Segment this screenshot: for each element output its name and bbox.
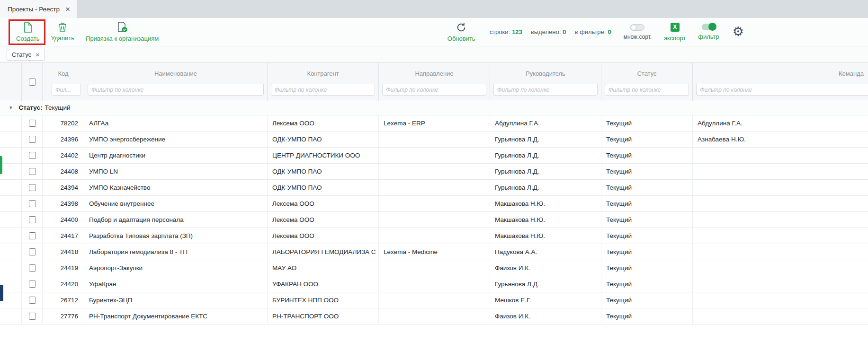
table-row[interactable]: 78202 АЛГАа Лексема ООО Lexema - ERP Абд… — [0, 115, 868, 132]
column-header-code[interactable]: Код — [43, 63, 84, 84]
cell-status: Текущий — [601, 132, 693, 147]
filter-input-contragent[interactable] — [271, 84, 375, 96]
row-checkbox[interactable] — [29, 216, 36, 223]
create-button[interactable]: Создать — [10, 22, 45, 42]
cell-name: УфаКран — [84, 276, 268, 292]
row-checkbox-cell — [22, 196, 43, 211]
table-row[interactable]: 24394 УМПО Казначейство ОДК-УМПО ПАО Гур… — [0, 180, 868, 196]
column-header-manager[interactable]: Руководитель — [490, 63, 601, 84]
tab-projects-registry[interactable]: Проекты - Реестр × — [0, 0, 77, 18]
cell-direction — [379, 276, 490, 292]
cell-name: УМПО Казначейство — [84, 180, 268, 195]
row-checkbox[interactable] — [29, 313, 36, 320]
cell-name: Подбор и адаптация персонала — [84, 212, 268, 228]
settings-gear-icon[interactable]: ⚙ — [733, 26, 744, 38]
row-expand-cell — [0, 148, 22, 163]
select-all-checkbox[interactable] — [29, 79, 36, 86]
delete-button[interactable]: Удалить — [45, 22, 80, 42]
filter-toggle-icon[interactable] — [702, 24, 716, 30]
table-row[interactable]: 24418 Лаборатория гемодиализа 8 - ТП ЛАБ… — [0, 244, 868, 260]
column-header-team[interactable]: Команда — [693, 63, 868, 84]
cell-direction — [379, 228, 490, 244]
filter-input-status[interactable] — [605, 84, 689, 96]
filter-input-code[interactable] — [52, 84, 81, 96]
cell-team: Азнабаева Н.Ю. — [693, 132, 868, 147]
table-row[interactable]: 24400 Подбор и адаптация персонала Лексе… — [0, 212, 868, 228]
row-checkbox[interactable] — [29, 248, 36, 255]
table-row[interactable]: 24420 УфаКран УФАКРАН ООО Гурьянова Л.Д.… — [0, 276, 868, 292]
table-row[interactable]: 24402 Центр диагностики ЦЕНТР ДИАГНОСТИК… — [0, 148, 868, 164]
refresh-button[interactable]: Обновить — [446, 22, 477, 42]
table-header: Код Наименование Контрагент Направление … — [0, 62, 868, 100]
multisort-toggle-control[interactable]: множ.сорт. — [624, 24, 652, 40]
projects-table: Код Наименование Контрагент Направление … — [0, 62, 868, 325]
row-checkbox[interactable] — [29, 120, 36, 127]
cell-team — [693, 180, 868, 195]
row-checkbox-cell — [22, 180, 43, 195]
row-checkbox[interactable] — [29, 152, 36, 159]
table-body: 78202 АЛГАа Лексема ООО Lexema - ERP Абд… — [0, 115, 868, 325]
link-organizations-button[interactable]: Привязка к организациям — [80, 22, 164, 42]
table-row[interactable]: 26712 Буринтех-ЭЦП БУРИНТЕХ НПП ООО Мешк… — [0, 292, 868, 308]
cell-direction — [379, 260, 490, 276]
table-row[interactable]: 24396 УМПО энергосбережение ОДК-УМПО ПАО… — [0, 132, 868, 148]
row-expand-cell — [0, 132, 22, 147]
cell-name: УМПО LN — [84, 164, 268, 179]
cell-contragent: Лексема ООО — [268, 196, 379, 211]
active-filters-row: Статус × — [0, 46, 868, 62]
filter-input-manager[interactable] — [493, 84, 598, 96]
table-row[interactable]: 24419 Аэропорт-Закупки МАУ АО Фаизов И.К… — [0, 260, 868, 276]
filter-chip-close-icon[interactable]: × — [36, 51, 40, 58]
row-checkbox[interactable] — [29, 281, 36, 288]
tab-bar: Проекты - Реестр × — [0, 0, 868, 18]
row-checkbox[interactable] — [29, 232, 36, 239]
filter-toggle-control[interactable]: фильтр — [698, 24, 719, 40]
cell-code: 24417 — [43, 228, 84, 244]
table-row[interactable]: 24408 УМПО LN ОДК-УМПО ПАО Гурьянова Л.Д… — [0, 164, 868, 180]
row-checkbox-cell — [22, 164, 43, 179]
link-organizations-label: Привязка к организациям — [86, 35, 159, 42]
table-row[interactable]: 27776 РН-Транспорт Документирование ЕКТС… — [0, 308, 868, 325]
column-header-contragent[interactable]: Контрагент — [268, 63, 378, 84]
multisort-label: множ.сорт. — [624, 34, 652, 40]
cell-status: Текущий — [601, 212, 693, 228]
cell-team — [693, 308, 868, 324]
row-checkbox[interactable] — [29, 264, 36, 272]
column-header-direction[interactable]: Направление — [379, 63, 490, 84]
group-value: Текущий — [45, 104, 71, 111]
row-checkbox[interactable] — [29, 136, 36, 143]
cell-name: Буринтех-ЭЦП — [84, 292, 268, 308]
cell-manager: Гурьянова Л.Д. — [490, 132, 601, 147]
group-collapse-icon[interactable]: ▾ — [9, 105, 12, 111]
group-row-status-current[interactable]: ▾ Статус: Текущий — [0, 100, 868, 115]
table-row[interactable]: 24417 Разработка Типовая зарплата (ЗП) Л… — [0, 228, 868, 244]
multisort-toggle-icon[interactable] — [630, 24, 644, 31]
cell-direction — [379, 196, 490, 211]
table-row[interactable]: 24398 Обучение внутреннее Лексема ООО Ма… — [0, 196, 868, 212]
tab-close-icon[interactable]: × — [65, 5, 70, 13]
column-direction: Направление — [379, 63, 490, 101]
row-checkbox[interactable] — [29, 297, 36, 304]
row-checkbox[interactable] — [29, 168, 36, 175]
row-checkbox-cell — [22, 228, 43, 244]
column-header-status[interactable]: Статус — [601, 63, 692, 84]
cell-status: Текущий — [601, 196, 693, 211]
row-expand-cell — [0, 164, 22, 179]
cell-contragent: ОДК-УМПО ПАО — [268, 132, 379, 147]
filter-input-direction[interactable] — [382, 84, 486, 96]
filter-input-team[interactable] — [696, 84, 868, 96]
row-expand-cell — [0, 308, 22, 324]
group-label: Статус: — [19, 104, 43, 111]
cell-status: Текущий — [601, 164, 693, 179]
cell-status: Текущий — [601, 260, 693, 276]
row-checkbox[interactable] — [29, 200, 36, 207]
filter-input-name[interactable] — [88, 84, 264, 96]
export-button[interactable]: X экспорт — [664, 23, 686, 42]
cell-team: Абдуллина Г.А. — [693, 115, 868, 131]
filter-chip-status[interactable]: Статус × — [7, 49, 45, 61]
column-header-name[interactable]: Наименование — [84, 63, 267, 84]
row-checkbox-cell — [22, 132, 43, 147]
cell-name: Лаборатория гемодиализа 8 - ТП — [84, 244, 268, 260]
column-name: Наименование — [84, 63, 268, 101]
row-checkbox[interactable] — [29, 184, 36, 191]
